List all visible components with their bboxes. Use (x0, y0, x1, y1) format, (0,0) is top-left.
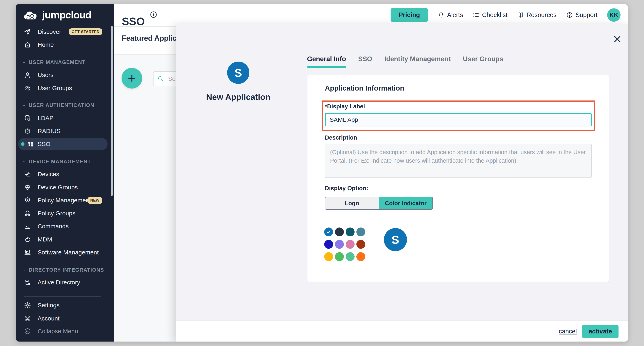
add-application-button[interactable] (122, 68, 142, 89)
display-option-toggle: Logo Color Indicator (325, 197, 433, 210)
sidebar-item-user-groups[interactable]: User Groups (18, 82, 108, 94)
jumpcloud-cloud-icon (23, 9, 40, 21)
color-swatch[interactable] (346, 240, 354, 249)
user-icon (24, 71, 31, 79)
sidebar-scrollbar[interactable] (111, 26, 113, 196)
get-started-badge: GET STARTED (69, 28, 102, 35)
cancel-link[interactable]: cancel (559, 321, 577, 341)
tab-sso[interactable]: SSO (358, 55, 372, 68)
support-button[interactable]: Support (566, 11, 598, 19)
color-swatch[interactable] (324, 240, 333, 249)
sidebar-item-device-groups[interactable]: Device Groups (18, 181, 108, 194)
sidebar-item-policy-management[interactable]: Policy Management NEW (18, 194, 108, 207)
sidebar-item-commands[interactable]: Commands (18, 220, 108, 233)
collapse-icon (24, 327, 31, 335)
palette-preview-divider (374, 226, 374, 263)
modal-tabs: General Info SSO Identity Management Use… (307, 55, 503, 68)
sidebar-item-discover[interactable]: Discover GET STARTED (18, 26, 108, 38)
tab-identity-management[interactable]: Identity Management (384, 55, 451, 68)
gear-icon (24, 302, 31, 309)
alerts-button[interactable]: Alerts (438, 11, 463, 19)
color-swatch[interactable] (356, 228, 365, 236)
activate-button[interactable]: activate (582, 325, 618, 338)
jumpcloud-logo[interactable]: jumpcloud (23, 9, 92, 21)
user-group-icon (24, 84, 31, 92)
sidebar-item-policy-groups[interactable]: Policy Groups (18, 207, 108, 220)
database-clock-icon (24, 114, 31, 122)
chevron-down-icon (22, 159, 26, 164)
color-swatch[interactable] (324, 252, 333, 261)
plus-icon (126, 73, 137, 83)
description-textarea[interactable] (325, 144, 592, 178)
book-icon (517, 12, 524, 19)
tab-user-groups[interactable]: User Groups (463, 55, 503, 68)
color-swatch[interactable] (346, 228, 354, 236)
app-window: jumpcloud Discover GET STARTED Home USER… (16, 4, 628, 341)
sidebar-item-home[interactable]: Home (18, 39, 108, 51)
close-button[interactable] (611, 34, 621, 44)
apple-icon (24, 236, 31, 243)
section-user-management[interactable]: USER MANAGEMENT (22, 59, 86, 65)
sidebar-item-mdm[interactable]: MDM (18, 233, 108, 246)
grid-icon (27, 140, 34, 148)
pricing-button[interactable]: Pricing (390, 8, 428, 22)
logo-option-button[interactable]: Logo (325, 197, 379, 209)
description-label: Description (325, 134, 357, 141)
new-badge: NEW (88, 197, 102, 204)
rocket-icon (24, 28, 31, 36)
sidebar-item-software-management[interactable]: Software Management (18, 246, 108, 259)
sidebar-item-sso[interactable]: SSO (18, 138, 108, 150)
sidebar-item-settings[interactable]: Settings (18, 299, 108, 311)
color-swatch[interactable] (335, 240, 344, 249)
section-user-authentication[interactable]: USER AUTHENTICATION (22, 102, 94, 108)
modal-title: New Application (188, 92, 289, 102)
sidebar: jumpcloud Discover GET STARTED Home USER… (16, 4, 114, 341)
checklist-button[interactable]: Checklist (473, 11, 508, 19)
person-circle-icon (24, 315, 31, 322)
color-swatch[interactable] (346, 252, 354, 261)
sidebar-item-account[interactable]: Account (18, 312, 108, 325)
topbar: SSO Pricing Alerts Checklist Resources S… (114, 4, 628, 27)
color-indicator-option-button[interactable]: Color Indicator (379, 197, 432, 209)
page-title: SSO (122, 15, 145, 28)
modal-footer: cancel activate (176, 320, 628, 341)
active-directory-icon (24, 279, 31, 286)
resources-button[interactable]: Resources (517, 11, 556, 19)
card-title: Application Information (325, 84, 404, 92)
radar-icon (24, 127, 31, 135)
color-swatch[interactable] (356, 240, 365, 249)
display-label-input[interactable] (325, 113, 592, 126)
chevron-down-icon (22, 103, 26, 108)
color-indicator-preview: S (384, 228, 407, 251)
color-swatch[interactable] (356, 252, 365, 261)
sidebar-divider (24, 296, 101, 297)
tab-general-info[interactable]: General Info (307, 55, 346, 68)
application-information-card: Application Information *Display Label D… (307, 75, 610, 282)
active-indicator-dot (21, 142, 24, 146)
sidebar-item-radius[interactable]: RADIUS (18, 125, 108, 137)
color-swatch[interactable] (335, 252, 344, 261)
sidebar-item-devices[interactable]: Devices (18, 168, 108, 181)
laptop-apps-icon (24, 249, 31, 256)
checklist-icon (473, 12, 480, 19)
sidebar-item-ldap[interactable]: LDAP (18, 112, 108, 124)
color-palette (324, 228, 365, 261)
color-swatch[interactable] (335, 228, 344, 236)
user-avatar[interactable]: KK (607, 8, 620, 22)
terminal-icon (24, 223, 31, 230)
section-device-management[interactable]: DEVICE MANAGEMENT (22, 159, 91, 164)
sidebar-item-users[interactable]: Users (18, 69, 108, 81)
new-application-modal: S New Application General Info SSO Ident… (176, 24, 628, 341)
color-swatch-selected[interactable] (324, 228, 333, 236)
info-icon[interactable] (150, 11, 158, 19)
sidebar-item-active-directory[interactable]: Active Directory (18, 276, 108, 289)
policy-group-icon (24, 210, 31, 217)
question-circle-icon (566, 12, 573, 19)
application-avatar: S (227, 62, 250, 84)
sidebar-item-collapse-menu[interactable]: Collapse Menu (18, 325, 108, 337)
topbar-actions: Pricing Alerts Checklist Resources Suppo… (390, 4, 620, 26)
jumpcloud-wordmark: jumpcloud (42, 9, 92, 21)
display-option-label: Display Option: (325, 185, 368, 192)
active-tab-underline (307, 66, 346, 68)
section-directory-integrations[interactable]: DIRECTORY INTEGRATIONS (22, 267, 104, 273)
